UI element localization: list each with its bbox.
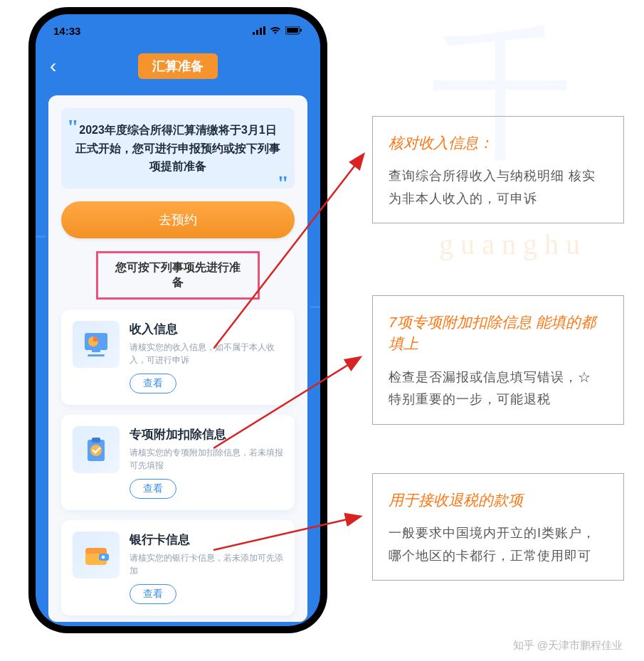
- item-title: 银行卡信息: [130, 532, 283, 548]
- prep-highlight-box: 您可按下列事项先进行准备: [96, 251, 260, 300]
- svg-rect-0: [253, 32, 255, 35]
- item-deduction[interactable]: 专项附加扣除信息 请核实您的专项附加扣除信息，若未填报可先填报 查看: [61, 415, 295, 510]
- item-bank[interactable]: 银行卡信息 请核实您的银行卡信息，若未添加可先添加 查看: [61, 520, 295, 615]
- app-header: ‹ 汇算准备: [36, 41, 320, 92]
- svg-rect-15: [85, 548, 107, 554]
- annotation-body: 一般要求中国境内开立的I类账户，哪个地区的卡都行，正常使用即可: [389, 522, 608, 567]
- item-title: 收入信息: [130, 321, 283, 337]
- status-bar: 14:33: [36, 14, 320, 41]
- background-watermark-text: guanghu: [439, 228, 587, 261]
- svg-rect-3: [263, 26, 265, 35]
- status-time: 14:33: [53, 25, 80, 37]
- content-card: 2023年度综合所得汇算清缴将于3月1日正式开始，您可进行申报预约或按下列事项提…: [48, 95, 307, 622]
- annotation-bank: 用于接收退税的款项 一般要求中国境内开立的I类账户，哪个地区的卡都行，正常使用即…: [372, 473, 624, 581]
- svg-rect-9: [92, 350, 100, 352]
- page-title: 汇算准备: [138, 53, 218, 79]
- corner-decoration: [310, 295, 320, 308]
- svg-point-13: [90, 445, 102, 456]
- watermark: 知乎 @天津市鹏程佳业: [513, 639, 623, 652]
- svg-rect-6: [300, 29, 302, 32]
- chart-screen-icon: [73, 321, 120, 368]
- annotation-body: 查询综合所得收入与纳税明细 核实为非本人收入的，可申诉: [389, 165, 608, 210]
- annotation-body: 检查是否漏报或信息填写错误，☆ 特别重要的一步，可能退税: [389, 366, 608, 411]
- corner-decoration: [36, 236, 46, 248]
- notice-banner: 2023年度综合所得汇算清缴将于3月1日正式开始，您可进行申报预约或按下列事项提…: [61, 108, 295, 189]
- view-button[interactable]: 查看: [130, 374, 176, 393]
- svg-rect-5: [287, 28, 298, 33]
- signal-icon: [253, 25, 265, 37]
- back-button[interactable]: ‹: [50, 55, 56, 78]
- clipboard-check-icon: [73, 426, 120, 473]
- item-desc: 请核实您的收入信息，如不属于本人收入，可进行申诉: [130, 341, 283, 366]
- item-desc: 请核实您的专项附加扣除信息，若未填报可先填报: [130, 446, 283, 472]
- svg-rect-1: [256, 30, 258, 35]
- wifi-icon: [270, 25, 281, 37]
- svg-rect-2: [260, 28, 262, 35]
- battery-icon: [285, 25, 302, 37]
- svg-point-17: [102, 555, 105, 559]
- view-button[interactable]: 查看: [130, 479, 176, 499]
- appoint-button[interactable]: 去预约: [61, 201, 295, 238]
- view-button[interactable]: 查看: [130, 584, 176, 604]
- annotation-title: 核对收入信息：: [389, 132, 608, 154]
- wallet-icon: [73, 532, 120, 578]
- annotation-income: 核对收入信息： 查询综合所得收入与纳税明细 核实为非本人收入的，可申诉: [372, 116, 624, 223]
- phone-frame: 14:33 ‹ 汇算准备 2023年度综合所得汇算清缴将于3月1日正式开始，您可…: [28, 7, 327, 633]
- phone-screen: 14:33 ‹ 汇算准备 2023年度综合所得汇算清缴将于3月1日正式开始，您可…: [36, 14, 320, 626]
- annotation-title: 7项专项附加扣除信息 能填的都填上: [389, 312, 608, 355]
- annotation-deduction: 7项专项附加扣除信息 能填的都填上 检查是否漏报或信息填写错误，☆ 特别重要的一…: [372, 295, 624, 425]
- item-desc: 请核实您的银行卡信息，若未添加可先添加: [130, 551, 283, 577]
- item-income[interactable]: 收入信息 请核实您的收入信息，如不属于本人收入，可进行申诉 查看: [61, 310, 295, 405]
- svg-rect-12: [92, 438, 100, 443]
- annotation-title: 用于接收退税的款项: [389, 490, 608, 511]
- svg-rect-10: [88, 354, 105, 356]
- item-title: 专项附加扣除信息: [130, 426, 283, 443]
